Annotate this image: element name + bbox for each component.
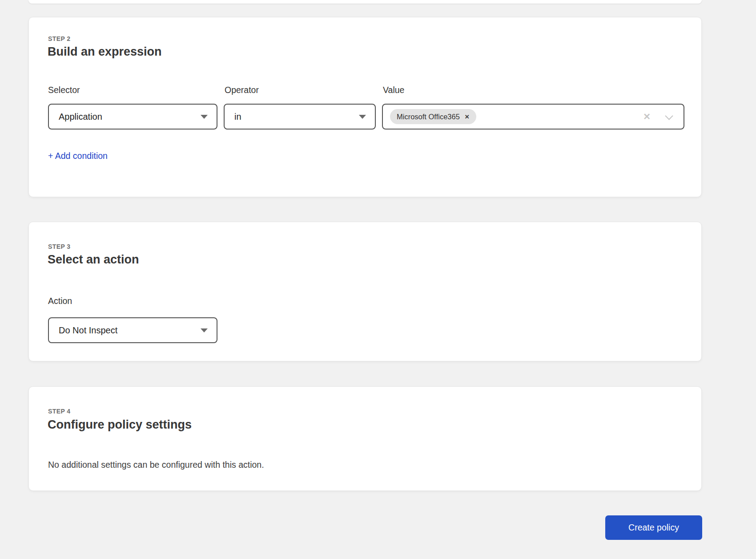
action-dropdown[interactable]: Do Not Inspect (48, 317, 217, 343)
value-tag-text: Microsoft Office365 (397, 113, 460, 121)
add-condition-link[interactable]: + Add condition (48, 151, 108, 161)
previous-card-bottom-edge (28, 0, 702, 4)
step4-label: STEP 4 (48, 408, 70, 415)
selector-label: Selector (48, 85, 80, 95)
step3-card: STEP 3 Select an action Action Do Not In… (28, 222, 702, 361)
selector-dropdown-value: Application (59, 112, 102, 122)
value-label: Value (383, 85, 404, 95)
action-dropdown-value: Do Not Inspect (59, 325, 117, 336)
step2-card: STEP 2 Build an expression Selector Oper… (28, 17, 702, 197)
operator-dropdown-value: in (234, 112, 241, 122)
create-policy-button[interactable]: Create policy (605, 515, 702, 540)
step2-label: STEP 2 (48, 35, 70, 42)
action-label: Action (48, 296, 72, 306)
operator-label: Operator (225, 85, 259, 95)
tag-remove-icon[interactable]: ✕ (465, 114, 470, 120)
step4-card: STEP 4 Configure policy settings No addi… (28, 386, 702, 491)
chevron-down-icon (359, 115, 366, 119)
value-tag: Microsoft Office365 ✕ (390, 109, 476, 124)
step2-title: Build an expression (48, 45, 162, 59)
chevron-down-icon[interactable] (665, 112, 674, 121)
value-field-icons: ✕ (643, 112, 674, 121)
operator-dropdown[interactable]: in (224, 104, 376, 130)
step3-label: STEP 3 (48, 243, 70, 250)
value-multiselect[interactable]: Microsoft Office365 ✕ ✕ (382, 104, 684, 130)
step3-title: Select an action (48, 253, 139, 267)
clear-value-icon[interactable]: ✕ (643, 112, 651, 121)
step4-note: No additional settings can be configured… (48, 460, 264, 470)
chevron-down-icon (201, 328, 208, 332)
chevron-down-icon (201, 115, 208, 119)
selector-dropdown[interactable]: Application (48, 104, 217, 130)
step4-title: Configure policy settings (48, 418, 192, 432)
